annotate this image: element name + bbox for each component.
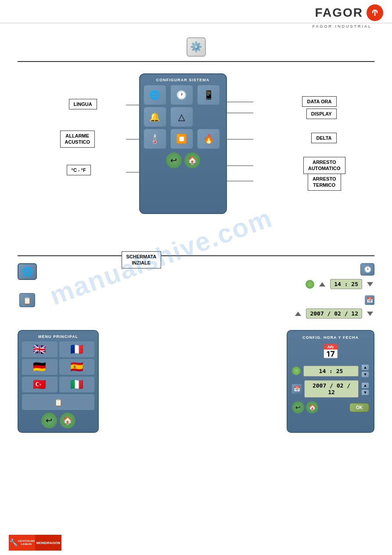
flag-gb[interactable]: 🇬🇧: [22, 341, 58, 357]
celsius-label: °C - °F: [67, 165, 91, 175]
lingua-label: LINGUA: [69, 99, 97, 109]
menu-home-button[interactable]: 🏠: [60, 413, 76, 428]
config-cell-datetime[interactable]: 🕐: [170, 85, 193, 105]
hora-ok-button[interactable]: OK: [349, 403, 369, 412]
footer: 🔧 GIZATASLMALASEAN MONDRAGON: [9, 535, 61, 551]
allarme-label: ALLARMEACUSTICO: [60, 131, 95, 148]
config-panel-title: CONFIGURAR SISTEMA: [144, 78, 223, 82]
date-up-arrow[interactable]: [294, 309, 302, 318]
footer-logo-2: MONDRAGON: [35, 535, 61, 551]
main-content: ⚙️: [0, 29, 392, 442]
settings-icon-area: ⚙️: [18, 37, 374, 57]
hora-time-up[interactable]: ▲: [361, 364, 369, 370]
hora-back-button[interactable]: ↩: [292, 401, 304, 414]
arresto-termico-icon: 🔥: [203, 134, 214, 144]
calendar-icon[interactable]: 📅: [365, 295, 374, 305]
hora-calendar-icon: 📅: [292, 384, 302, 394]
hora-home-button[interactable]: 🏠: [306, 401, 318, 414]
hora-time-row: 14 : 25 ▲ ▼: [292, 364, 369, 377]
config-cell-arresto-auto[interactable]: ⏹️: [170, 129, 193, 149]
svg-marker-17: [319, 282, 325, 287]
arresto-auto-icon: ⏹️: [176, 134, 187, 144]
config-cell-delta[interactable]: △: [170, 107, 193, 127]
flag-tr[interactable]: 🇹🇷: [22, 377, 58, 392]
language-small-icon[interactable]: 📋: [19, 293, 35, 307]
time-up-arrow[interactable]: [318, 280, 327, 289]
hora-time-value: 14 : 25: [303, 366, 359, 377]
config-grid-row2: 🔔 △: [144, 107, 223, 127]
hora-time-dot: [292, 366, 301, 375]
display-label: DISPLAY: [306, 109, 337, 119]
config-grid-row1: 🌐 🕐 📱: [144, 85, 223, 105]
system-config-diagram: LINGUA ALLARMEACUSTICO °C - °F DATA ORA …: [43, 69, 350, 254]
date-value: 2007 / 02 / 12: [306, 308, 362, 319]
hora-fecha-title: CONFIG. HORA Y FECHA: [292, 335, 369, 340]
alarm-icon: 🔔: [149, 112, 160, 122]
lang-settings-emoji: 📋: [54, 398, 63, 406]
hora-bottom-row: ↩ 🏠 OK: [292, 401, 369, 414]
svg-marker-19: [295, 312, 301, 316]
section-divider-2: [18, 255, 374, 256]
temp-icon: 🌡️: [149, 134, 160, 144]
flag-grid: 🇬🇧 🇫🇷 🇩🇪 🇪🇸 🇹🇷 🇮🇹: [22, 341, 94, 392]
clock-small-icon[interactable]: 🕐: [360, 263, 374, 276]
time-down-arrow[interactable]: [366, 280, 374, 289]
flag-de[interactable]: 🇩🇪: [22, 359, 58, 375]
fagor-logo: FAGOR: [315, 4, 383, 21]
lang-bottom-buttons: ↩ 🏠: [22, 413, 94, 428]
hora-date-row: 📅 2007 / 02 / 12 ▲ ▼: [292, 380, 369, 398]
lingua-icon: 🌐: [149, 90, 160, 100]
hora-date-down[interactable]: ▼: [361, 389, 369, 395]
config-panel: CONFIGURAR SISTEMA 🌐 🕐 📱 🔔 △: [139, 73, 227, 214]
date-down-arrow[interactable]: [366, 309, 374, 318]
datetime-top-icon-row: 🕐: [360, 263, 374, 276]
hora-date-up[interactable]: ▲: [361, 382, 369, 388]
hora-date-value: 2007 / 02 / 12: [304, 380, 359, 398]
hora-time-down[interactable]: ▼: [361, 371, 369, 377]
config-cell-empty: [197, 107, 220, 127]
back-button[interactable]: ↩: [166, 152, 182, 168]
time-value: 14 : 25: [330, 279, 362, 289]
display-icon: 📱: [203, 90, 214, 100]
brand-name: FAGOR: [315, 6, 363, 20]
second-section: 🌐 📋 🕐 14 : 25 📅: [18, 263, 374, 321]
hora-fecha-icon: 📅: [292, 343, 369, 360]
brand-subtitle: FAGOR INDUSTRIAL: [0, 24, 392, 29]
arresto-auto-label: ARRESTOAUTOMATICO: [303, 157, 345, 174]
menu-principal-panel: MENU PRINCIPAL 🇬🇧 🇫🇷 🇩🇪 🇪🇸 🇹🇷 🇮🇹 📋 ↩ 🏠: [18, 330, 99, 433]
section-divider-1: [18, 61, 374, 62]
delta-icon: △: [178, 112, 185, 122]
config-cell-alarm[interactable]: 🔔: [144, 107, 166, 127]
date-row: 2007 / 02 / 12: [294, 308, 374, 319]
time-green-dot: [306, 280, 314, 289]
language-big-icon[interactable]: 🌐: [18, 263, 37, 280]
fagor-icon: [367, 4, 383, 21]
data-ora-label: DATA ORA: [302, 96, 336, 107]
flag-it[interactable]: 🇮🇹: [59, 377, 95, 392]
config-cell-temp[interactable]: 🌡️: [144, 129, 166, 149]
svg-marker-18: [367, 282, 373, 287]
home-button[interactable]: 🏠: [184, 152, 200, 168]
flag-fr[interactable]: 🇫🇷: [59, 341, 95, 357]
config-cell-arresto-termico[interactable]: 🔥: [197, 129, 220, 149]
hora-fecha-panel: CONFIG. HORA Y FECHA 📅 14 : 25 ▲ ▼ 📅 200…: [287, 330, 374, 433]
menu-back-button[interactable]: ↩: [41, 413, 57, 428]
second-right-area: 🕐 14 : 25 📅 200: [41, 263, 374, 321]
arresto-termico-label: ARRESTOTERMICO: [308, 174, 341, 191]
hora-time-arrows: ▲ ▼: [361, 364, 369, 377]
second-left-area: 🌐 📋: [18, 263, 37, 307]
config-bottom-buttons: ↩ 🏠: [144, 152, 223, 168]
menu-principal-title: MENU PRINCIPAL: [22, 334, 94, 339]
footer-logo-1: 🔧 GIZATASLMALASEAN: [9, 535, 35, 551]
hora-bottom-btns: ↩ 🏠: [292, 401, 318, 414]
hora-date-arrows: ▲ ▼: [361, 382, 369, 395]
time-row: 14 : 25: [306, 279, 374, 289]
flag-es[interactable]: 🇪🇸: [59, 359, 95, 375]
config-cell-display[interactable]: 📱: [197, 85, 220, 105]
lang-settings-icon[interactable]: 📋: [22, 394, 94, 410]
settings-icon[interactable]: ⚙️: [187, 37, 206, 57]
delta-label: DELTA: [311, 133, 336, 143]
svg-marker-20: [367, 312, 373, 316]
config-cell-lingua[interactable]: 🌐: [144, 85, 166, 105]
datetime-icon: 🕐: [176, 90, 187, 100]
